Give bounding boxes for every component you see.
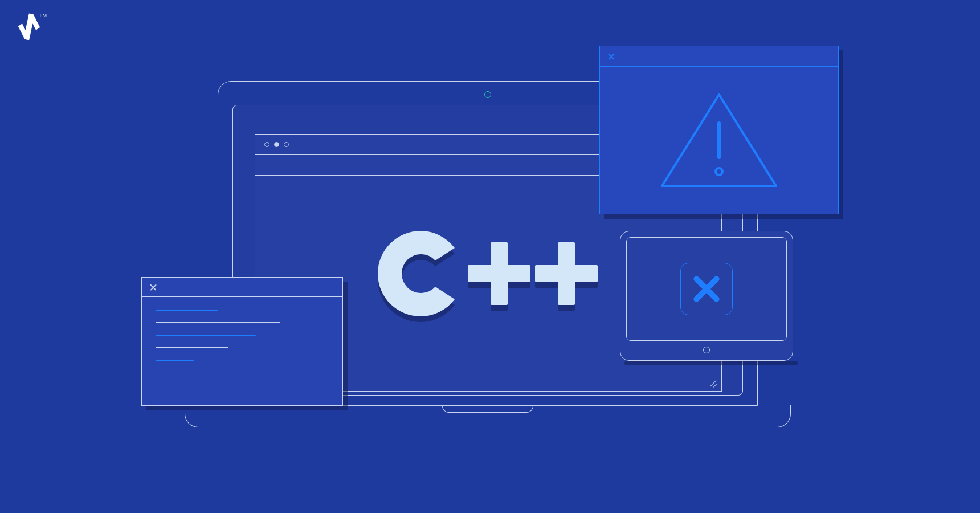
code-line <box>156 335 256 336</box>
error-x-icon <box>693 275 720 303</box>
plus-icon-2 <box>535 242 598 305</box>
resize-handle-icon <box>710 380 717 386</box>
tablet-device <box>620 231 793 361</box>
warning-body <box>600 67 838 214</box>
warning-triangle-icon <box>656 89 782 192</box>
trademark-label: TM <box>39 13 47 18</box>
terminal-titlebar <box>142 278 342 297</box>
terminal-window <box>141 277 343 406</box>
window-control-min-icon <box>274 142 279 147</box>
tablet-home-button-icon <box>703 347 710 353</box>
code-line <box>156 347 228 348</box>
laptop-base <box>185 405 791 427</box>
code-line <box>156 310 218 311</box>
warning-dialog <box>599 46 839 214</box>
error-app-tile <box>680 263 733 315</box>
tablet-screen <box>626 237 787 341</box>
tablet-shadow <box>624 361 798 365</box>
laptop-camera-icon <box>484 91 491 98</box>
terminal-body <box>142 297 342 385</box>
code-line <box>156 360 194 361</box>
close-icon <box>608 53 615 60</box>
window-control-close-icon <box>264 142 270 147</box>
plus-icon-1 <box>468 242 530 305</box>
cpp-wordmark: C++ <box>378 231 598 316</box>
window-control-max-icon <box>284 142 289 147</box>
svg-point-1 <box>716 168 722 175</box>
window-controls <box>264 142 289 147</box>
close-icon <box>150 284 157 291</box>
letter-c-icon <box>378 231 463 316</box>
code-line <box>156 322 280 323</box>
warning-titlebar <box>600 46 838 67</box>
